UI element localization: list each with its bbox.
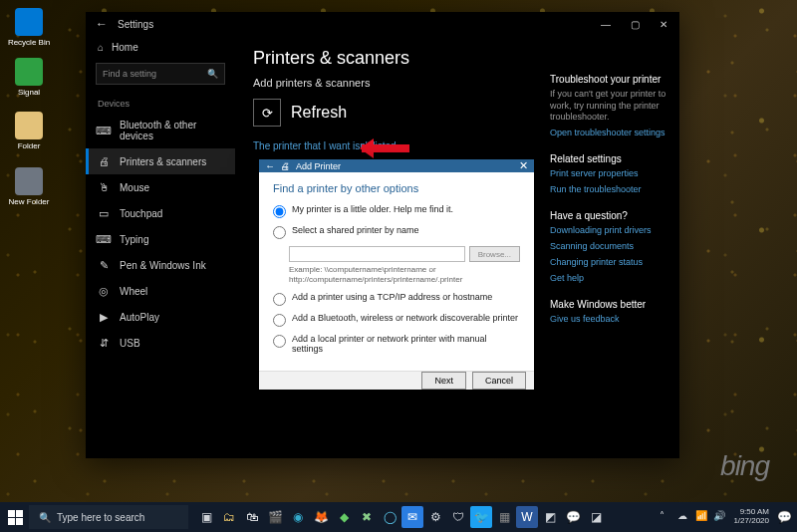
nav-icon: ⌨ [98,233,110,245]
sidebar-item[interactable]: 🖱Mouse [86,174,235,200]
dialog-heading: Find a printer by other options [273,182,520,194]
sidebar-item[interactable]: ⌨Bluetooth & other devices [86,113,235,148]
radio[interactable] [273,335,286,348]
radio[interactable] [273,226,286,239]
taskbar-app1[interactable]: ◆ [333,506,355,528]
back-icon[interactable]: ← [265,160,275,171]
section-head: Add printers & scanners [253,77,522,89]
window-title: Settings [118,19,153,30]
nav-icon: 🖨 [98,155,110,167]
rc-link[interactable]: Get help [550,273,669,283]
sidebar-item[interactable]: ⌨Typing [86,226,235,252]
annotation-arrow [350,138,409,158]
home-nav[interactable]: ⌂ Home [86,36,235,59]
cancel-button[interactable]: Cancel [472,372,526,390]
desktop-icon[interactable]: Recycle Bin [6,8,52,47]
taskbar-edge[interactable]: ◉ [287,506,309,528]
option-bluetooth[interactable]: Add a Bluetooth, wireless or network dis… [273,313,520,327]
tray-chevron[interactable]: ˄ [660,510,673,524]
taskbar-store[interactable]: 🛍 [241,506,263,528]
nav-label: Pen & Windows Ink [120,260,206,271]
printer-icon: 🖨 [281,161,290,171]
taskbar-app4[interactable]: ◪ [585,506,607,528]
start-button[interactable] [4,506,26,528]
desktop-icon[interactable]: New Folder [6,167,52,206]
taskbar-search[interactable]: 🔍 Type here to search [29,505,188,529]
browse-button[interactable]: Browse... [469,246,520,262]
taskbar-twitter[interactable]: 🐦 [470,506,492,528]
option-older-printer[interactable]: My printer is a little older. Help me fi… [273,204,520,218]
sidebar-item[interactable]: ▭Touchpad [86,200,235,226]
taskbar-app2[interactable]: ▦ [493,506,515,528]
option-label: Add a Bluetooth, wireless or network dis… [292,313,518,323]
rc-link[interactable]: Changing printer status [550,257,669,267]
rc-text: If you can't get your printer to work, t… [550,89,669,124]
close-button[interactable]: ✕ [656,19,671,30]
nav-label: USB [120,338,140,349]
taskbar-file-explorer[interactable]: 🗂 [218,506,240,528]
taskbar-app3[interactable]: ◩ [539,506,561,528]
nav-label: Printers & scanners [120,156,206,167]
tray-wifi[interactable]: 📶 [695,510,709,524]
option-label: Add a local printer or network printer w… [292,334,520,354]
titlebar: ← Settings — ▢ ✕ [86,12,679,36]
taskbar-movies[interactable]: 🎬 [264,506,286,528]
shared-printer-path-input[interactable] [289,246,465,262]
minimize-button[interactable]: — [597,19,615,30]
add-printer-dialog: ← 🖨 Add Printer ✕ Find a printer by othe… [259,159,534,389]
taskbar-xbox[interactable]: ✖ [356,506,378,528]
taskbar: 🔍 Type here to search ▣🗂🛍🎬◉🦊◆✖◯✉⚙🛡🐦▦W◩💬◪… [0,502,797,532]
dialog-close-button[interactable]: ✕ [519,159,528,172]
rc-link[interactable]: Run the troubleshooter [550,184,669,194]
taskbar-browser[interactable]: 🦊 [310,506,332,528]
dialog-title: Add Printer [296,161,341,171]
tray-onedrive[interactable]: ☁ [677,510,691,524]
taskbar-task-view[interactable]: ▣ [195,506,217,528]
search-input[interactable]: Find a setting 🔍 [96,63,225,85]
taskbar-security[interactable]: 🛡 [447,506,469,528]
desktop-icon[interactable]: Folder [6,112,52,150]
right-column: Troubleshoot your printer If you can't g… [540,36,679,458]
nav-icon: ▭ [98,207,110,219]
rc-link[interactable]: Open troubleshooter settings [550,128,669,137]
sidebar: ⌂ Home Find a setting 🔍 Devices ⌨Bluetoo… [86,36,235,458]
rc-link[interactable]: Scanning documents [550,241,669,251]
desktop: bing Recycle Bin Signal Folder New Folde… [0,0,797,532]
radio[interactable] [273,314,286,327]
sidebar-item[interactable]: ◎Wheel [86,278,235,304]
taskbar-word[interactable]: W [516,506,538,528]
taskbar-cortana[interactable]: ◯ [379,506,400,528]
tray-volume[interactable]: 🔊 [713,510,727,524]
option-local[interactable]: Add a local printer or network printer w… [273,334,520,354]
example-text: Example: \\computername\printername or h… [289,265,520,284]
taskbar-mail[interactable]: ✉ [401,506,423,528]
dialog-titlebar: ← 🖨 Add Printer ✕ [259,159,534,172]
taskbar-chat[interactable]: 💬 [562,506,584,528]
back-button[interactable]: ← [94,17,110,31]
nav-label: AutoPlay [120,312,159,323]
option-label: Add a printer using a TCP/IP address or … [292,292,492,302]
maximize-button[interactable]: ▢ [627,19,644,30]
taskbar-settings[interactable]: ⚙ [424,506,446,528]
option-shared-printer[interactable]: Select a shared printer by name [273,225,520,239]
category-label: Devices [86,89,235,113]
notifications-button[interactable]: 💬 [775,508,793,526]
desktop-icon[interactable]: Signal [6,58,52,97]
clock[interactable]: 9:50 AM 1/27/2020 [733,508,769,526]
sidebar-item[interactable]: ▶AutoPlay [86,304,235,330]
rc-head: Make Windows better [550,299,669,310]
nav-label: Mouse [120,182,149,193]
radio[interactable] [273,205,286,218]
sidebar-item[interactable]: 🖨Printers & scanners [86,148,235,174]
nav-icon: ✎ [98,259,110,271]
rc-link[interactable]: Downloading print drivers [550,225,669,235]
rc-link[interactable]: Give us feedback [550,314,669,324]
rc-link[interactable]: Print server properties [550,168,669,178]
refresh-button[interactable]: ⟳ [253,99,281,127]
radio[interactable] [273,293,286,306]
sidebar-item[interactable]: ✎Pen & Windows Ink [86,252,235,278]
option-tcpip[interactable]: Add a printer using a TCP/IP address or … [273,292,520,306]
search-placeholder: Find a setting [103,69,156,79]
sidebar-item[interactable]: ⇵USB [86,330,235,356]
next-button[interactable]: Next [421,372,466,390]
